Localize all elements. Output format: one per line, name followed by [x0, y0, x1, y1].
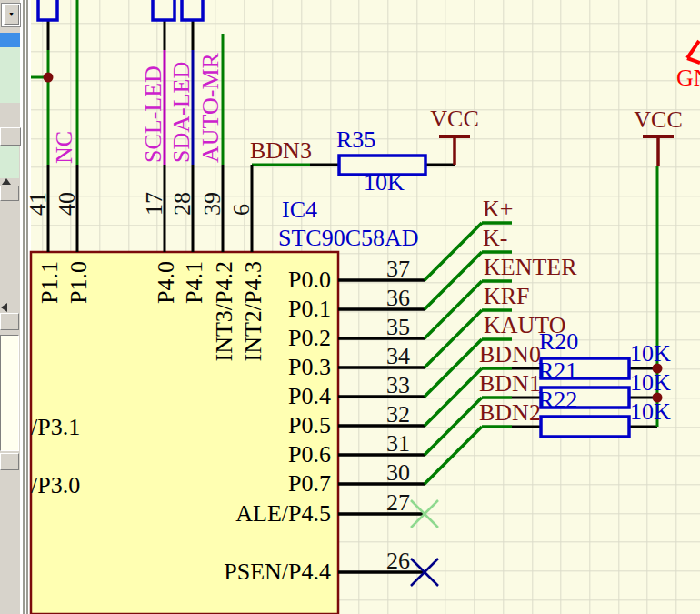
pin-name[interactable]: P0.5: [288, 412, 331, 438]
pin-name[interactable]: P0.0: [288, 267, 331, 293]
pin-name[interactable]: P1.0: [65, 261, 92, 304]
pin-number[interactable]: 6: [228, 204, 255, 216]
resistor-body[interactable]: [541, 417, 629, 437]
junction-dot: [44, 73, 54, 83]
net-label-K-[interactable]: K-: [483, 225, 507, 251]
net-label-AUTO-MR[interactable]: AUTO-MR: [197, 52, 224, 163]
pin-name[interactable]: PSEN/P4.4: [224, 559, 331, 585]
pin-number[interactable]: 31: [386, 430, 410, 457]
pin-number[interactable]: 17: [141, 192, 167, 216]
pin-number[interactable]: 34: [386, 343, 410, 369]
pin-number[interactable]: 37: [386, 256, 410, 282]
ic-designator[interactable]: IC4: [282, 196, 317, 223]
junction-dot: [653, 364, 663, 374]
pin-number[interactable]: 32: [386, 401, 410, 428]
pin-name[interactable]: P0.3: [288, 354, 331, 380]
pin-number[interactable]: 27: [386, 489, 410, 516]
pin-name[interactable]: INT2/P4.3: [240, 261, 266, 362]
pin-number[interactable]: 41: [25, 192, 51, 216]
resistor-value[interactable]: 10K: [364, 169, 405, 196]
pin-number[interactable]: 33: [386, 372, 410, 398]
pin-name[interactable]: INT3/P4.2: [211, 261, 237, 362]
wire[interactable]: [425, 223, 482, 280]
wire[interactable]: [425, 398, 482, 455]
net-label-BDN2[interactable]: BDN2: [479, 399, 541, 426]
resistor-designator[interactable]: R21: [538, 357, 577, 384]
resistor-designator[interactable]: R35: [336, 126, 375, 153]
pin-name[interactable]: P0.7: [288, 470, 331, 497]
gnd-symbol-icon[interactable]: [687, 58, 700, 63]
pin-number[interactable]: 40: [54, 192, 80, 216]
gnd-power-port[interactable]: GND: [676, 65, 700, 91]
pin-name[interactable]: /P3.1: [31, 414, 80, 440]
pin-name[interactable]: /P3.0: [31, 472, 80, 498]
connector-pin-box[interactable]: [153, 0, 175, 20]
resistor-value[interactable]: 10K: [630, 369, 671, 396]
wire[interactable]: [425, 339, 482, 397]
net-label-SCL-LED[interactable]: SCL-LED: [140, 65, 166, 163]
pin-number[interactable]: 28: [169, 192, 195, 216]
vcc-power-port[interactable]: VCC: [634, 106, 682, 133]
pin-name[interactable]: P0.6: [288, 441, 331, 468]
resistor-designator[interactable]: R22: [538, 387, 577, 413]
pin-number[interactable]: 39: [199, 192, 225, 216]
pin-number[interactable]: 30: [386, 459, 410, 486]
net-label-BDN0[interactable]: BDN0: [479, 341, 541, 367]
net-label-SDA-LED[interactable]: SDA-LED: [168, 62, 195, 163]
pin-number[interactable]: 36: [386, 285, 410, 311]
resistor-value[interactable]: 10K: [630, 398, 671, 425]
pin-name[interactable]: P0.1: [288, 296, 331, 322]
pin-name[interactable]: P1.1: [36, 261, 63, 304]
wire[interactable]: [425, 252, 482, 309]
wire[interactable]: [425, 368, 482, 426]
pin-number[interactable]: 26: [386, 548, 410, 574]
pin-name[interactable]: P4.0: [153, 261, 179, 304]
application-window: ▾ 41P1.140P1.017P4.028P4.139INT3/P4.26IN…: [0, 0, 700, 614]
pin-name[interactable]: P0.2: [288, 325, 331, 351]
pin-name[interactable]: ALE/P4.5: [235, 500, 331, 527]
junction-dot: [653, 393, 663, 403]
gnd-symbol-icon[interactable]: [687, 41, 699, 58]
pin-name[interactable]: P0.4: [288, 383, 331, 409]
net-label-KENTER[interactable]: KENTER: [484, 254, 577, 280]
net-label-K+[interactable]: K+: [483, 196, 513, 222]
connector-pin-box[interactable]: [182, 0, 203, 20]
connector-pin-box[interactable]: [38, 0, 57, 20]
net-label-BDN1[interactable]: BDN1: [479, 370, 541, 397]
resistor-value[interactable]: 10K: [630, 340, 671, 367]
net-label-KRF[interactable]: KRF: [484, 283, 530, 309]
wire[interactable]: [425, 281, 482, 338]
pin-name[interactable]: P4.1: [181, 261, 207, 304]
ic-part-number[interactable]: STC90C58AD: [278, 225, 419, 251]
net-label-NC[interactable]: NC: [51, 131, 77, 164]
wire[interactable]: [425, 310, 482, 367]
schematic-drawing: 41P1.140P1.017P4.028P4.139INT3/P4.26INT2…: [0, 0, 700, 614]
net-label-KAUTO[interactable]: KAUTO: [484, 312, 566, 338]
pin-number[interactable]: 35: [386, 314, 410, 340]
vcc-power-port[interactable]: VCC: [430, 106, 478, 132]
net-label-BDN3[interactable]: BDN3: [250, 137, 312, 164]
wire[interactable]: [425, 427, 482, 484]
